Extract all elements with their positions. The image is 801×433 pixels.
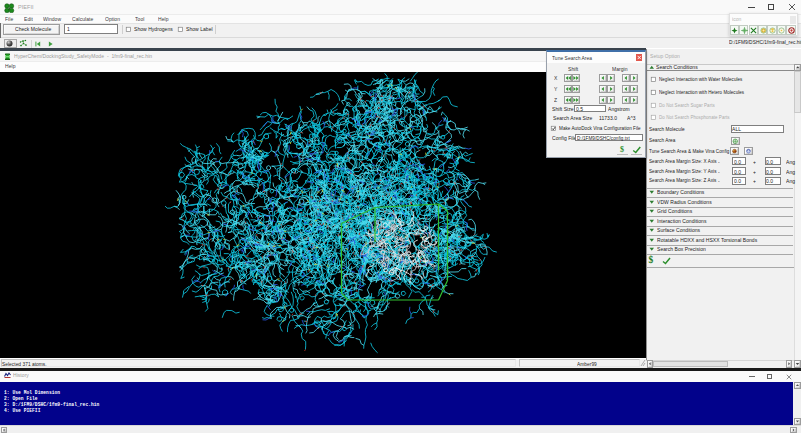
svg-text:$: $ — [648, 255, 653, 265]
